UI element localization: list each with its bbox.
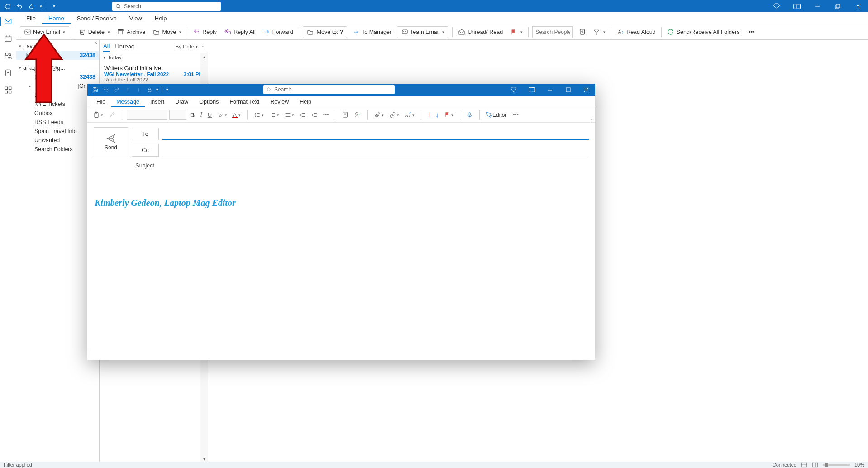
coming-soon-icon[interactable]	[787, 0, 807, 12]
italic-button[interactable]: I	[198, 110, 204, 120]
zoom-slider[interactable]	[823, 464, 850, 466]
team-email-quickstep[interactable]: Team Email ▾	[397, 26, 448, 38]
compose-body[interactable]: Kimberly Gedeon, Laptop Mag Editor	[87, 176, 595, 360]
tab-send-receive[interactable]: Send / Receive	[71, 13, 123, 24]
tab-help[interactable]: Help	[294, 97, 317, 107]
search-people-input[interactable]	[532, 26, 573, 38]
compose-close-button[interactable]	[577, 84, 595, 96]
touch-mode-icon[interactable]	[145, 86, 153, 94]
delete-button[interactable]: Delete▾	[77, 26, 112, 38]
font-size-select[interactable]	[169, 110, 186, 120]
coming-soon-icon[interactable]	[523, 84, 541, 96]
redo-icon[interactable]	[113, 86, 121, 94]
tab-draw[interactable]: Draw	[170, 97, 194, 107]
tab-home[interactable]: Home	[42, 13, 71, 24]
follow-up-button[interactable]: ▾	[508, 26, 525, 38]
premium-icon[interactable]	[505, 84, 523, 96]
indent-button[interactable]	[310, 110, 320, 120]
dictate-button[interactable]	[465, 110, 475, 120]
send-button[interactable]: Send	[94, 127, 128, 157]
save-icon[interactable]	[91, 86, 99, 94]
high-importance-button[interactable]: !	[426, 110, 432, 120]
read-aloud-button[interactable]: Read Aloud	[615, 26, 658, 38]
font-family-select[interactable]	[127, 110, 167, 120]
qat-overflow-icon[interactable]: ▾	[166, 87, 168, 92]
reply-button[interactable]: Reply	[191, 26, 219, 38]
tab-format-text[interactable]: Format Text	[224, 97, 265, 107]
sort-by-button[interactable]: By Date ▾ ↑	[176, 44, 204, 49]
main-search-box[interactable]: Search	[112, 2, 221, 11]
ribbon-overflow-button[interactable]: •••	[747, 26, 756, 38]
qat-overflow-icon[interactable]: ▾	[50, 2, 58, 10]
view-reading-icon[interactable]	[812, 462, 818, 468]
message-item[interactable]: Writers Guild Initiative WGI Newsletter …	[100, 62, 208, 86]
reply-all-button[interactable]: Reply All	[222, 26, 258, 38]
touch-mode-icon[interactable]	[27, 2, 35, 10]
tab-file[interactable]: File	[91, 97, 111, 107]
editor-button[interactable]: Editor	[484, 110, 508, 120]
paragraph-more-button[interactable]: •••	[321, 110, 331, 120]
address-book-button[interactable]	[340, 110, 350, 120]
paste-button[interactable]: ▾	[91, 110, 105, 120]
cc-button[interactable]: Cc	[132, 144, 159, 157]
numbering-button[interactable]: ▾	[267, 110, 281, 120]
tab-review[interactable]: Review	[265, 97, 294, 107]
more-apps-button[interactable]	[3, 85, 14, 96]
scroll-up-icon[interactable]: ▴	[200, 53, 208, 61]
prev-item-icon[interactable]: ↑	[124, 86, 132, 94]
tab-file[interactable]: File	[20, 13, 42, 24]
sync-icon[interactable]	[4, 2, 12, 10]
filter-email-button[interactable]: ▾	[591, 26, 607, 38]
to-input[interactable]	[162, 128, 589, 140]
tab-message[interactable]: Message	[111, 97, 145, 107]
tasks-module-button[interactable]	[3, 67, 14, 78]
tab-help[interactable]: Help	[148, 13, 173, 24]
send-receive-all-button[interactable]: Send/Receive All Folders	[665, 26, 742, 38]
calendar-module-button[interactable]	[3, 33, 14, 44]
window-restore-button[interactable]	[827, 0, 848, 12]
subject-input[interactable]	[162, 160, 589, 172]
underline-button[interactable]: U	[206, 110, 214, 120]
move-button[interactable]: Move▾	[151, 26, 184, 38]
compose-maximize-button[interactable]	[559, 84, 577, 96]
premium-icon[interactable]	[766, 0, 787, 12]
tab-insert[interactable]: Insert	[145, 97, 170, 107]
unread-read-button[interactable]: Unread/ Read	[456, 26, 505, 38]
window-close-button[interactable]	[848, 0, 868, 12]
archive-button[interactable]: Archive	[115, 26, 148, 38]
ribbon-expand-button[interactable]: ⌄	[590, 116, 593, 121]
attach-file-button[interactable]: ▾	[372, 110, 386, 120]
to-manager-quickstep[interactable]: To Manager	[351, 26, 393, 38]
format-painter-button[interactable]	[107, 110, 117, 120]
group-today[interactable]: ▾Today	[100, 53, 208, 62]
check-names-button[interactable]	[352, 110, 363, 120]
next-item-icon[interactable]: ↓	[134, 86, 143, 94]
tab-view[interactable]: View	[123, 13, 148, 24]
outdent-button[interactable]	[298, 110, 308, 120]
undo-icon[interactable]	[102, 86, 110, 94]
bullets-button[interactable]: ▾	[252, 110, 266, 120]
cc-input[interactable]	[162, 144, 589, 156]
low-importance-button[interactable]: ↓	[434, 110, 441, 120]
font-color-button[interactable]: A▾	[231, 110, 243, 120]
compose-ribbon-overflow[interactable]: •••	[511, 110, 520, 120]
to-button[interactable]: To	[132, 128, 159, 140]
window-minimize-button[interactable]	[807, 0, 827, 12]
collapse-folder-pane-button[interactable]: <	[95, 40, 97, 45]
forward-button[interactable]: Forward	[261, 26, 295, 38]
bold-button[interactable]: B	[188, 110, 196, 120]
link-button[interactable]: ▾	[387, 110, 401, 120]
signature-button[interactable]: ▾	[403, 110, 416, 120]
compose-minimize-button[interactable]	[541, 84, 559, 96]
address-book-button[interactable]	[577, 26, 587, 38]
people-module-button[interactable]	[3, 50, 14, 61]
follow-up-flag-button[interactable]: ▾	[443, 110, 455, 120]
compose-search-box[interactable]: Search	[263, 85, 395, 94]
view-normal-icon[interactable]	[801, 462, 807, 468]
filter-unread[interactable]: Unread	[115, 41, 134, 52]
move-to-quickstep[interactable]: Move to: ?	[303, 26, 347, 38]
undo-icon[interactable]	[15, 2, 24, 10]
filter-all[interactable]: All	[103, 41, 110, 52]
align-button[interactable]: ▾	[283, 110, 296, 120]
tab-options[interactable]: Options	[194, 97, 224, 107]
